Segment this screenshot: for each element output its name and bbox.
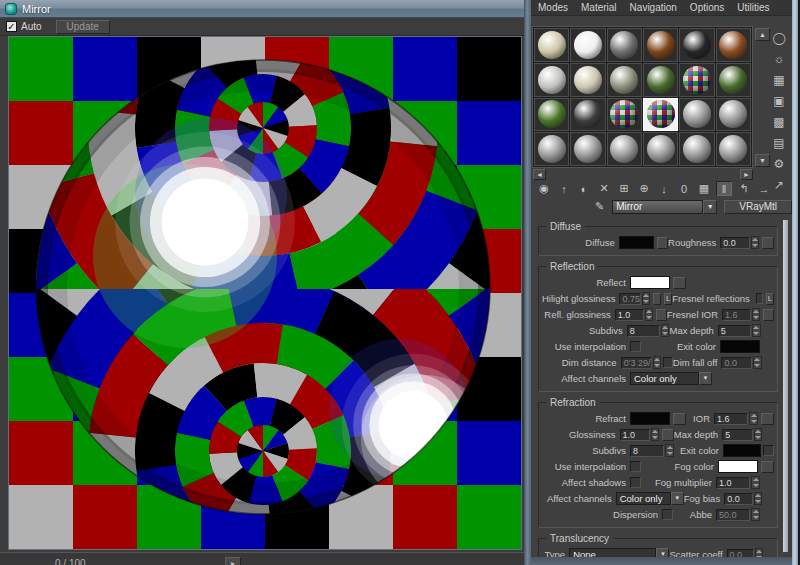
- fog-multiplier-field[interactable]: 1.0: [716, 477, 750, 489]
- diffuse-color-swatch[interactable]: [619, 236, 654, 249]
- refr-max-depth-spinner[interactable]: [754, 428, 762, 441]
- material-slot[interactable]: [716, 132, 751, 166]
- dispersion-checkbox[interactable]: [662, 509, 673, 520]
- refl-max-depth-spinner[interactable]: [752, 324, 761, 337]
- refl-glossiness-field[interactable]: 1.0: [615, 309, 644, 321]
- show-end-result-icon[interactable]: ‖: [716, 181, 732, 196]
- material-slot[interactable]: [607, 28, 642, 62]
- fog-color-swatch[interactable]: [718, 460, 758, 473]
- get-material-icon[interactable]: ◉: [536, 181, 552, 196]
- material-slot-selected[interactable]: [643, 98, 678, 132]
- material-slot[interactable]: [643, 28, 678, 62]
- put-to-library-icon[interactable]: ↓: [656, 181, 672, 196]
- hilight-glossiness-field[interactable]: 0.75: [619, 293, 641, 305]
- refr-max-depth-field[interactable]: 5: [722, 429, 753, 441]
- update-button[interactable]: Update: [56, 20, 110, 34]
- fog-bias-spinner[interactable]: [754, 492, 762, 505]
- roughness-spinner[interactable]: [751, 236, 759, 249]
- slot-scroll-left-button[interactable]: ◄: [533, 169, 546, 180]
- chevron-down-icon[interactable]: ▼: [699, 372, 712, 385]
- material-slot[interactable]: [679, 28, 714, 62]
- chevron-down-icon[interactable]: ▼: [671, 492, 684, 505]
- material-slot[interactable]: [643, 63, 678, 97]
- make-unique-icon[interactable]: ⊕: [636, 181, 652, 196]
- material-slot[interactable]: [534, 28, 569, 62]
- affect-shadows-checkbox[interactable]: [630, 477, 641, 488]
- diffuse-map-button[interactable]: [657, 237, 669, 249]
- show-in-viewport-icon[interactable]: ▦: [696, 181, 712, 196]
- sample-uv-tiling-icon[interactable]: ▣: [769, 91, 789, 110]
- sample-type-icon[interactable]: ◯: [769, 28, 789, 47]
- refr-glossiness-spinner[interactable]: [651, 428, 659, 441]
- refl-use-interpolation-checkbox[interactable]: [630, 341, 641, 352]
- fresnel-ior-field[interactable]: 1.6: [722, 309, 751, 321]
- menu-navigation[interactable]: Navigation: [630, 2, 677, 13]
- ior-spinner[interactable]: [749, 412, 758, 425]
- material-name-dropdown[interactable]: Mirror ▼: [612, 200, 717, 214]
- reflect-color-swatch[interactable]: [630, 276, 670, 289]
- fresnel-reflections-checkbox[interactable]: [756, 293, 763, 304]
- material-slot[interactable]: [570, 132, 605, 166]
- slot-scroll-up-button[interactable]: ▲: [755, 28, 770, 41]
- material-slot[interactable]: [534, 63, 569, 97]
- make-preview-icon[interactable]: ▤: [769, 133, 789, 152]
- material-slot[interactable]: [716, 28, 751, 62]
- make-material-copy-icon[interactable]: ⊞: [616, 181, 632, 196]
- menu-options[interactable]: Options: [690, 2, 724, 13]
- material-slot[interactable]: [679, 63, 714, 97]
- auto-checkbox[interactable]: ✓: [6, 21, 17, 32]
- refr-use-interpolation-checkbox[interactable]: [630, 461, 641, 472]
- go-to-parent-icon[interactable]: ↰: [736, 181, 752, 196]
- fog-bias-field[interactable]: 0.0: [724, 493, 753, 505]
- dim-fall-off-spinner[interactable]: [753, 356, 761, 369]
- refr-exit-color-swatch[interactable]: [723, 444, 761, 457]
- put-material-to-scene-icon[interactable]: ↑: [556, 181, 572, 196]
- abbe-field[interactable]: 50.0: [716, 509, 750, 521]
- refr-affect-channels-dropdown[interactable]: Color only ▼: [616, 492, 684, 505]
- chevron-down-icon[interactable]: ▼: [703, 200, 717, 214]
- material-slot[interactable]: [607, 63, 642, 97]
- refract-color-swatch[interactable]: [630, 412, 670, 425]
- abbe-spinner[interactable]: [751, 508, 760, 521]
- slot-scroll-down-button[interactable]: ▼: [755, 154, 770, 167]
- dim-distance-field[interactable]: 0'3 29/: [621, 357, 652, 369]
- material-slot[interactable]: [679, 98, 714, 132]
- material-slot[interactable]: [534, 98, 569, 132]
- material-slot[interactable]: [679, 132, 714, 166]
- dim-distance-spinner[interactable]: [653, 356, 661, 369]
- material-id-channel-icon[interactable]: 0: [676, 181, 692, 196]
- render-window-titlebar[interactable]: Mirror: [0, 0, 524, 18]
- material-slot[interactable]: [716, 98, 751, 132]
- params-scrollbar[interactable]: [783, 220, 788, 552]
- refr-subdivs-spinner[interactable]: [665, 444, 674, 457]
- refract-map-button[interactable]: [673, 413, 686, 425]
- hilight-lock-button[interactable]: L: [664, 293, 672, 305]
- assign-material-to-selection-icon[interactable]: ◐: [576, 181, 592, 196]
- ior-map-button[interactable]: [761, 413, 774, 425]
- hilight-glossiness-spinner[interactable]: [642, 292, 650, 305]
- pick-material-eyedropper-icon[interactable]: ✎: [595, 200, 604, 213]
- refl-subdivs-field[interactable]: 8: [627, 325, 660, 337]
- menu-utilities[interactable]: Utilities: [737, 2, 769, 13]
- menu-modes[interactable]: Modes: [538, 2, 568, 13]
- video-color-check-icon[interactable]: ▩: [769, 112, 789, 131]
- refl-max-depth-field[interactable]: 5: [718, 325, 751, 337]
- refr-exit-color-checkbox[interactable]: [763, 445, 774, 456]
- go-forward-sibling-icon[interactable]: →: [756, 181, 772, 196]
- background-icon[interactable]: ▦: [769, 70, 789, 89]
- ior-field[interactable]: 1.6: [714, 413, 748, 425]
- material-slot[interactable]: [643, 132, 678, 166]
- fog-multiplier-spinner[interactable]: [751, 476, 760, 489]
- options-icon[interactable]: ⚙: [769, 154, 789, 173]
- material-slot[interactable]: [607, 98, 642, 132]
- refl-exit-color-swatch[interactable]: [720, 340, 760, 353]
- roughness-field[interactable]: 0.0: [720, 237, 750, 249]
- refl-glossiness-spinner[interactable]: [645, 308, 653, 321]
- material-slot[interactable]: [570, 28, 605, 62]
- status-arrow-button[interactable]: ▸: [225, 557, 241, 565]
- refl-affect-channels-dropdown[interactable]: Color only ▼: [630, 372, 712, 385]
- roughness-map-button[interactable]: [762, 237, 774, 249]
- hilight-glossiness-map-button[interactable]: [653, 293, 661, 305]
- slot-scroll-right-button[interactable]: ►: [740, 169, 753, 180]
- refr-glossiness-field[interactable]: 1.0: [620, 429, 651, 441]
